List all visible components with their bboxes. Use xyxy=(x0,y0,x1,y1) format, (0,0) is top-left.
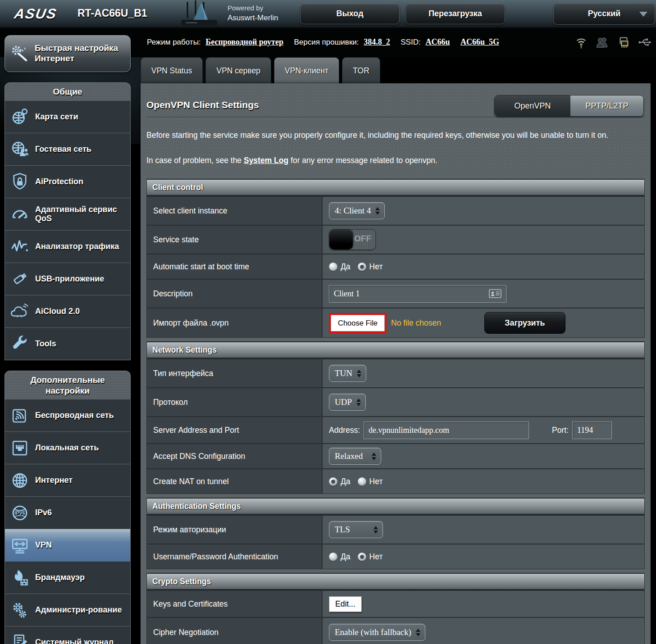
edit-keys-button[interactable]: Edit... xyxy=(329,596,362,612)
pptp-l2tp-type-button[interactable]: PPTP/L2TP xyxy=(570,95,643,116)
top-banner: ASUS RT-AC66U_B1 Powered by Asuswrt-Merl… xyxy=(0,0,656,28)
autostart-no-radio[interactable] xyxy=(358,263,366,271)
userpass-yes-radio[interactable] xyxy=(329,553,337,561)
sidebar-item-vpn[interactable]: VPN xyxy=(5,529,130,561)
router-model: RT-AC66U_B1 xyxy=(77,7,147,19)
sidebar-item-tools[interactable]: Tools xyxy=(5,327,130,360)
auth-mode-select[interactable]: TLS xyxy=(329,521,383,538)
sidebar-item-traffic-analyzer[interactable]: Анализатор трафика xyxy=(5,230,130,263)
server-port-input[interactable]: 1194 xyxy=(572,422,612,439)
tab-tor[interactable]: TOR xyxy=(342,57,380,84)
row-label: Select client instance xyxy=(147,197,323,225)
dns-config-select[interactable]: Relaxed xyxy=(329,448,381,465)
reboot-button[interactable]: Перезагрузка xyxy=(405,3,505,24)
network-map-icon xyxy=(10,107,29,126)
table-row: Create NAT on tunnel Да Нет xyxy=(147,468,644,494)
table-row: Cipher Negotiation Enable (with fallback… xyxy=(147,617,644,644)
cipher-negotiation-select[interactable]: Enable (with fallback) xyxy=(329,624,425,641)
nat-no-radio[interactable] xyxy=(358,477,366,486)
traffic-analyzer-icon xyxy=(10,237,29,256)
crypto-settings-table: Crypto Settings Keys and Certificates Ed… xyxy=(146,573,645,644)
wan-icon xyxy=(10,471,29,490)
status-text: Режим работы: Беспроводной роутер Версия… xyxy=(147,37,499,47)
table-row: Select client instance 4: Client 4 xyxy=(147,196,644,225)
lan-icon xyxy=(10,439,29,458)
wireless-icon xyxy=(10,406,29,425)
status-wifi-icon xyxy=(574,35,588,50)
sidebar-item-wireless[interactable]: Беспроводная сеть xyxy=(5,399,130,431)
sidebar-item-guest-network[interactable]: Гостевая сеть xyxy=(5,133,130,165)
status-clients-icon xyxy=(596,35,609,50)
tab-vpn-client[interactable]: VPN-клиент xyxy=(274,57,339,84)
sidebar-item-qos[interactable]: Адаптивный сервис QoS xyxy=(5,198,130,230)
sidebar-item-ipv6[interactable]: IPv6 xyxy=(5,496,130,529)
chevron-down-icon xyxy=(639,12,647,17)
row-label: Cipher Negotiation xyxy=(147,618,323,644)
sidebar-item-aiprotection[interactable]: AiProtection xyxy=(5,165,130,198)
sidebar-item-wan[interactable]: Интернет xyxy=(5,464,130,496)
router-image-icon xyxy=(175,0,224,27)
firmware-version-link[interactable]: 384.8_2 xyxy=(364,37,390,46)
clients-icon[interactable] xyxy=(596,35,609,50)
firmware-label: Версия прошивки: xyxy=(294,38,359,46)
service-state-toggle[interactable]: OFF xyxy=(329,229,376,250)
sidebar-item-aicloud[interactable]: AiCloud 2.0 xyxy=(5,295,130,327)
wifi-icon[interactable] xyxy=(574,35,588,50)
userpass-no-radio[interactable] xyxy=(358,553,366,561)
description-input[interactable]: Client 1 xyxy=(329,285,506,303)
aicloud-icon xyxy=(10,302,29,321)
select-arrows-icon xyxy=(375,207,380,215)
upload-button[interactable]: Загрузить xyxy=(484,312,565,334)
interface-type-select[interactable]: TUN xyxy=(329,365,366,382)
sidebar-item-firewall[interactable]: Брандмауэр xyxy=(5,561,130,594)
row-label: Accept DNS Configuration xyxy=(147,444,323,468)
row-label: Username/Password Authentication xyxy=(147,544,323,569)
select-arrows-icon xyxy=(372,453,376,460)
server-address-input[interactable]: de.vpnunlimitedapp.com xyxy=(364,422,529,439)
vpn-tabs: VPN Status VPN сервер VPN-клиент TOR xyxy=(141,57,380,84)
table-row: Keys and Certificates Edit... xyxy=(147,590,644,617)
sidebar-item-administration[interactable]: Администри-рование xyxy=(5,594,130,626)
select-arrows-icon xyxy=(374,526,378,534)
quick-setup-button[interactable]: Быстрая настройка Интернет xyxy=(5,35,131,72)
client-instance-select[interactable]: 4: Client 4 xyxy=(329,202,385,219)
powered-by: Powered by Asuswrt-Merlin xyxy=(228,3,278,23)
choose-file-button[interactable]: Choose File xyxy=(331,315,385,331)
address-label: Address: xyxy=(329,426,360,435)
operation-mode-link[interactable]: Беспроводной роутер xyxy=(205,37,283,46)
title-divider xyxy=(146,117,645,118)
language-dropdown[interactable]: Русский xyxy=(553,3,655,25)
contact-card-icon xyxy=(489,289,501,298)
ssid-5g-link[interactable]: AC66u_5G xyxy=(460,37,499,46)
openvpn-type-button[interactable]: OpenVPN xyxy=(495,95,570,116)
usb-icon[interactable] xyxy=(638,35,651,50)
port-label: Port: xyxy=(552,426,569,435)
nat-yes-radio[interactable] xyxy=(329,477,337,486)
sidebar-item-system-log[interactable]: Системный журнал xyxy=(5,626,130,644)
intro-paragraph-2: In case of problem, see the System Log f… xyxy=(146,153,645,168)
protocol-select[interactable]: UDP xyxy=(329,394,366,411)
table-row: Automatic start at boot time Да Нет xyxy=(147,254,644,279)
sidebar-item-lan[interactable]: Локальная сеть xyxy=(5,431,130,464)
guest-network-icon xyxy=(10,140,29,159)
row-label: Импорт файла .ovpn xyxy=(147,308,323,337)
sidebar-section-general: Общие Карта сети Гостевая сеть AiProtect… xyxy=(5,82,131,360)
devices-icon[interactable] xyxy=(617,35,630,50)
table-row: Протокол UDP xyxy=(147,387,644,416)
vpn-icon xyxy=(10,536,29,555)
sidebar-item-network-map[interactable]: Карта сети xyxy=(5,101,130,133)
autostart-yes-radio[interactable] xyxy=(329,263,337,271)
tab-vpn-server[interactable]: VPN сервер xyxy=(205,57,271,84)
usb-app-icon xyxy=(10,269,29,288)
row-label: Server Address and Port xyxy=(147,417,323,443)
qos-icon xyxy=(10,204,29,223)
tab-vpn-status[interactable]: VPN Status xyxy=(141,57,203,84)
sidebar-item-usb-app[interactable]: USB-приложение xyxy=(5,263,130,295)
section-header-client-control: Client control xyxy=(147,179,644,196)
system-log-link[interactable]: System Log xyxy=(244,156,288,165)
logout-button[interactable]: Выход xyxy=(300,3,400,24)
ssid-24-link[interactable]: AC66u xyxy=(425,37,450,46)
table-row: Тип интерфейса TUN xyxy=(147,358,644,387)
row-label: Create NAT on tunnel xyxy=(147,469,323,494)
network-settings-table: Network Settings Тип интерфейса TUN Прот… xyxy=(146,341,645,494)
